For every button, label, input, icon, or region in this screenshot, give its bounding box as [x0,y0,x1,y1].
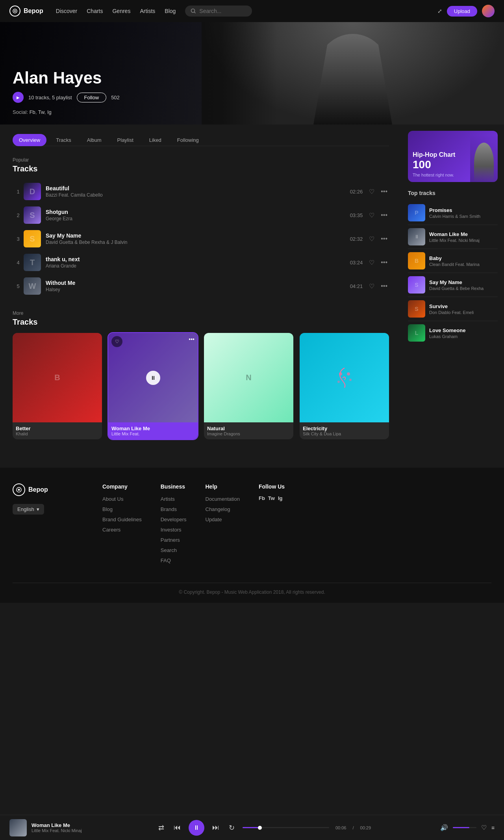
chart-card[interactable]: Hip-Hop Chart 100 The hottest right now. [408,131,498,182]
track-stats: 10 tracks, 5 playlist [28,95,72,100]
upload-button[interactable]: Upload [447,6,477,17]
list-item[interactable]: B Baby Clean Bandit Feat. Marina [408,249,498,273]
table-row[interactable]: 3 S Say My Name David Guetta & Bebe Rexh… [13,227,389,251]
heart-button[interactable]: ♡ [481,824,487,831]
footer-brand: Bepop English ▾ [13,483,83,567]
follow-button[interactable]: Follow [77,93,107,102]
play-button[interactable]: ▶ [13,92,24,103]
volume-bar[interactable] [453,827,476,828]
logo-icon [9,6,20,17]
footer-faq[interactable]: FAQ [161,558,171,563]
player-track: Woman Like Me Little Mix Feat. Nicki Min… [9,819,96,836]
nav-discover[interactable]: Discover [56,8,77,14]
track-num: 5 [13,283,24,289]
nav-artists[interactable]: Artists [140,8,155,14]
list-item[interactable]: S Survive Don Diablo Feat. Emeli [408,297,498,321]
footer-brand-guidelines[interactable]: Brand Guidelines [102,517,142,522]
list-item[interactable]: L Love Someone Lukas Graham [408,321,498,345]
footer-top: Bepop English ▾ Company About Us Blog Br… [13,483,491,567]
table-row[interactable]: 4 T thank u, next Ariana Grande 03:24 ♡ … [13,251,389,274]
footer-brands[interactable]: Brands [161,506,177,512]
list-item[interactable]: ⏸ Woman Like Me Little Mix Feat. Nicki M… [408,225,498,249]
repeat-button[interactable]: ↻ [227,822,236,834]
footer-documentation[interactable]: Documentation [206,496,240,502]
list-item[interactable]: S Say My Name David Guetta & Bebe Rexha [408,273,498,297]
table-row[interactable]: 5 W Without Me Halsey 04:21 ♡ ••• [13,274,389,298]
like-button[interactable]: ♡ [367,281,376,292]
like-button[interactable]: ♡ [367,210,376,221]
track-name: Beautiful [46,185,350,191]
social-tw[interactable]: Tw [38,109,44,115]
table-row[interactable]: 2 S Shotgun George Ezra 03:35 ♡ ••• [13,203,389,227]
footer-artists[interactable]: Artists [161,496,175,502]
chart-title: Hip-Hop Chart [413,151,455,158]
prev-button[interactable]: ⏮ [172,822,182,833]
next-button[interactable]: ⏭ [211,822,221,833]
popular-label: Popular [13,157,389,163]
more-button[interactable]: ••• [379,257,389,268]
track-list: 1 D Beautiful Bazzi Feat. Camila Cabello… [13,180,389,298]
more-button[interactable]: ••• [379,210,389,220]
footer-logo: Bepop [13,483,83,496]
footer-careers[interactable]: Careers [102,527,120,533]
card-like-button[interactable]: ♡ [111,336,122,347]
tab-liked[interactable]: Liked [143,134,168,146]
list-item[interactable]: ▶ Electricity Silk City & Dua Lipa [300,333,389,439]
footer-developers[interactable]: Developers [161,517,187,522]
more-tracks-section: More Tracks B ▶ Better Khalid [13,310,389,439]
more-button[interactable]: ••• [379,186,389,197]
progress-bar[interactable] [243,827,329,828]
social-ig[interactable]: Ig [47,109,52,115]
footer-update[interactable]: Update [206,517,222,522]
track-info: Woman Like Me Little Mix Feat. Nicki Min… [429,231,498,243]
more-button[interactable]: ••• [379,234,389,244]
tab-tracks[interactable]: Tracks [50,134,78,146]
avatar[interactable] [482,5,495,17]
card-menu-button[interactable]: ••• [189,336,195,342]
card-play-button[interactable]: ▶ [50,371,65,385]
card-play-button[interactable]: ▶ [242,371,256,385]
logo[interactable]: Bepop [9,6,43,17]
footer-partners[interactable]: Partners [161,537,180,543]
tab-album[interactable]: Album [81,134,108,146]
nav-charts[interactable]: Charts [87,8,103,14]
tab-following[interactable]: Following [171,134,205,146]
follow-tw[interactable]: Tw [268,495,275,501]
nav-genres[interactable]: Genres [112,8,130,14]
tab-playlist[interactable]: Playlist [111,134,140,146]
follow-ig[interactable]: Ig [278,495,283,501]
list-item[interactable]: W ♡ ⏸ ••• Woman Like Me Little Mix Feat. [108,333,198,439]
card-play-button[interactable]: ▶ [337,371,352,385]
footer-investors[interactable]: Investors [161,527,182,533]
card-pause-button[interactable]: ⏸ [146,371,160,385]
like-button[interactable]: ♡ [367,186,376,197]
track-name: Survive [429,303,498,309]
footer-about[interactable]: About Us [102,496,123,502]
queue-button[interactable]: ≡ [491,825,495,831]
list-item[interactable]: B ▶ Better Khalid [13,333,102,439]
track-duration: 04:21 [350,283,363,289]
track-actions: ♡ ••• [367,210,389,221]
language-selector[interactable]: English ▾ [13,504,44,515]
cards-grid: B ▶ Better Khalid W ♡ [13,333,389,439]
play-pause-button[interactable]: ⏸ [189,820,204,836]
list-item[interactable]: N ▶ Natural Imagine Dragons [204,333,293,439]
like-button[interactable]: ♡ [367,234,376,244]
track-artist: Lukas Graham [429,334,498,339]
search-input[interactable] [199,8,246,14]
volume-icon[interactable]: 🔊 [440,824,448,831]
footer-search[interactable]: Search [161,547,177,553]
footer-blog[interactable]: Blog [102,506,113,512]
more-button[interactable]: ••• [379,281,389,291]
social-fb[interactable]: Fb [30,109,35,115]
list-item[interactable]: P Promises Calvin Harris & Sam Smith [408,201,498,225]
expand-icon[interactable]: ⤢ [437,8,442,14]
footer-changelog[interactable]: Changelog [206,506,230,512]
follow-fb[interactable]: Fb [259,495,265,501]
chart-number: 100 [413,158,455,171]
like-button[interactable]: ♡ [367,257,376,268]
nav-blog[interactable]: Blog [165,8,176,14]
shuffle-button[interactable]: ⇄ [157,822,166,834]
tab-overview[interactable]: Overview [13,134,46,146]
table-row[interactable]: 1 D Beautiful Bazzi Feat. Camila Cabello… [13,180,389,203]
